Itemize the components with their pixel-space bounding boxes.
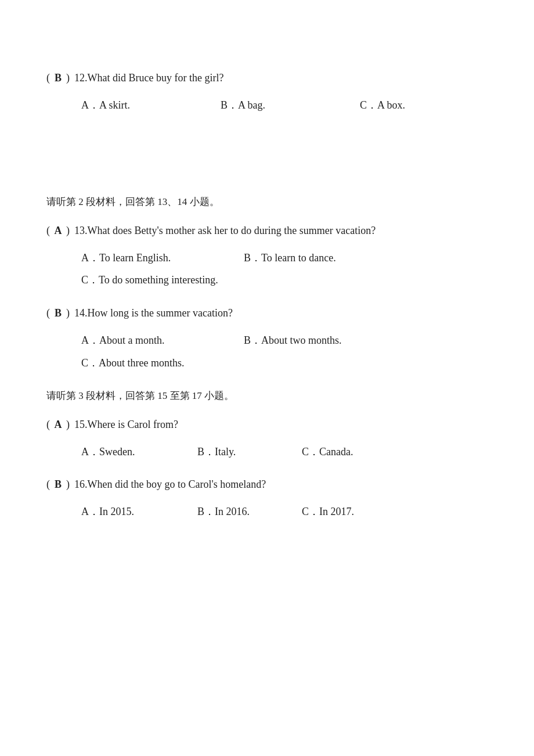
q14-question-text: 14.How long is the summer vacation? <box>74 305 488 322</box>
q14-paren-left: ( <box>46 305 50 322</box>
q15-option-b: B．Italy. <box>197 444 290 460</box>
q14-option-c: C．About three months. <box>81 355 209 372</box>
q15-option-c: C．Canada. <box>302 444 430 460</box>
q13-answer: A <box>52 222 64 239</box>
q12-option-a: A．A skirt. <box>81 97 209 114</box>
q13-option-c: C．To do something interesting. <box>81 272 218 289</box>
q15-option-a: A．Sweden. <box>81 444 186 460</box>
q12-option-b: B．A bag. <box>221 97 348 114</box>
q16-answer: B <box>52 476 64 493</box>
q13-question-text: 13.What does Betty's mother ask her to d… <box>74 222 488 239</box>
q12-answer: B <box>52 70 64 87</box>
q12-question-text: 12.What did Bruce buy for the girl? <box>74 70 488 87</box>
q12-paren-left: ( <box>46 70 50 87</box>
q15-paren-left: ( <box>46 416 50 433</box>
q14-options-row1: A．About a month. B．About two months. <box>81 332 488 349</box>
section3-header: 请听第 3 段材料，回答第 15 至第 17 小题。 <box>46 388 488 404</box>
q13-option-b: B．To learn to dance. <box>244 250 371 267</box>
q13-options-row1: A．To learn English. B．To learn to dance. <box>81 250 488 267</box>
question-12: ( B ) 12.What did Bruce buy for the girl… <box>46 70 488 114</box>
question-15: ( A ) 15.Where is Carol from? A．Sweden. … <box>46 416 488 460</box>
q13-options-row2: C．To do something interesting. <box>81 272 488 289</box>
q16-option-b: B．In 2016. <box>197 503 290 520</box>
q14-options-row2: C．About three months. <box>81 355 488 372</box>
q14-answer: B <box>52 305 64 322</box>
q12-paren-right: ) <box>66 70 70 87</box>
q14-option-a: A．About a month. <box>81 332 232 349</box>
q12-options-row: A．A skirt. B．A bag. C．A box. <box>81 97 488 114</box>
question-13: ( A ) 13.What does Betty's mother ask he… <box>46 222 488 289</box>
q16-options-row: A．In 2015. B．In 2016. C．In 2017. <box>81 503 488 520</box>
q15-options-row: A．Sweden. B．Italy. C．Canada. <box>81 444 488 460</box>
q16-option-c: C．In 2017. <box>302 503 430 520</box>
q13-paren-right: ) <box>66 222 70 239</box>
question-16: ( B ) 16.When did the boy go to Carol's … <box>46 476 488 520</box>
q16-question-text: 16.When did the boy go to Carol's homela… <box>74 476 488 493</box>
q14-option-b: B．About two months. <box>244 332 371 349</box>
q12-option-c: C．A box. <box>360 97 488 114</box>
question-14: ( B ) 14.How long is the summer vacation… <box>46 305 488 371</box>
q16-option-a: A．In 2015. <box>81 503 186 520</box>
q13-option-a: A．To learn English. <box>81 250 232 267</box>
q15-answer: A <box>52 416 64 433</box>
section2-header: 请听第 2 段材料，回答第 13、14 小题。 <box>46 194 488 210</box>
q16-paren-right: ) <box>66 476 70 493</box>
q13-paren-left: ( <box>46 222 50 239</box>
q15-question-text: 15.Where is Carol from? <box>74 416 488 433</box>
q14-paren-right: ) <box>66 305 70 322</box>
q16-paren-left: ( <box>46 476 50 493</box>
q15-paren-right: ) <box>66 416 70 433</box>
